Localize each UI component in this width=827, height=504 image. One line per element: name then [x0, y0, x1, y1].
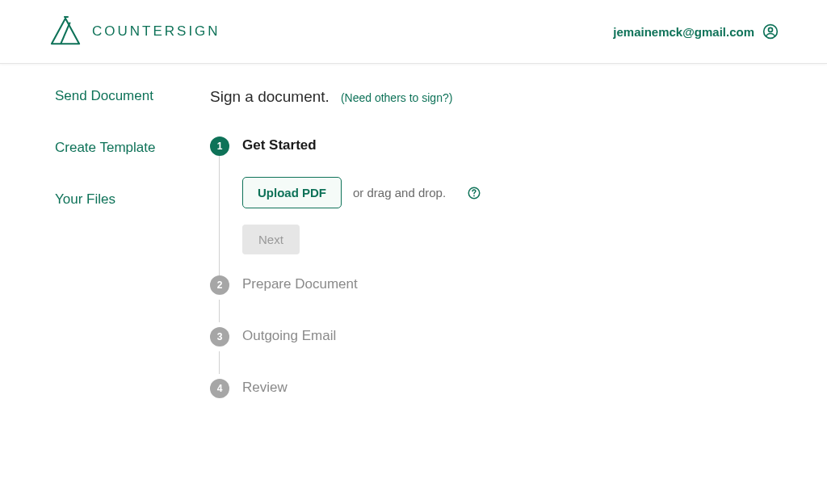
user-email: jemainemck@gmail.com: [613, 25, 754, 39]
step-1: 1 Get Started: [210, 136, 827, 156]
svg-point-1: [769, 27, 773, 32]
steps: 1 Get Started Upload PDF or drag and dro…: [210, 136, 827, 398]
step-2[interactable]: 2 Prepare Document: [210, 275, 827, 295]
step-label-4: Review: [242, 379, 288, 396]
page-title: Sign a document.: [210, 88, 330, 106]
drag-drop-text: or drag and drop.: [353, 186, 446, 200]
step-badge-4: 4: [210, 379, 229, 398]
step-label-2: Prepare Document: [242, 275, 358, 292]
countersign-logo-icon: [48, 16, 82, 47]
main: Sign a document. (Need others to sign?) …: [210, 88, 827, 398]
logo[interactable]: COUNTERSIGN: [48, 16, 220, 47]
sidebar: Send Document Create Template Your Files: [0, 88, 210, 398]
step-badge-1: 1: [210, 136, 229, 156]
step-1-body: Upload PDF or drag and drop. Next: [210, 156, 827, 275]
need-others-link[interactable]: (Need others to sign?): [341, 91, 453, 104]
upload-row: Upload PDF or drag and drop.: [242, 177, 827, 208]
connector: [219, 156, 220, 275]
step-label-3: Outgoing Email: [242, 327, 336, 344]
next-button[interactable]: Next: [242, 225, 300, 254]
sidebar-item-create-template[interactable]: Create Template: [55, 140, 210, 156]
user-menu[interactable]: jemainemck@gmail.com: [613, 23, 779, 40]
gap-2-3: [210, 295, 827, 327]
content: Send Document Create Template Your Files…: [0, 64, 827, 398]
step-4[interactable]: 4 Review: [210, 379, 827, 398]
help-icon[interactable]: [467, 186, 481, 200]
sidebar-item-your-files[interactable]: Your Files: [55, 191, 210, 208]
upload-pdf-button[interactable]: Upload PDF: [242, 177, 342, 208]
sidebar-item-send-document[interactable]: Send Document: [55, 88, 210, 104]
brand-name: COUNTERSIGN: [92, 23, 220, 40]
header: COUNTERSIGN jemainemck@gmail.com: [0, 0, 827, 64]
step-label-1: Get Started: [242, 136, 317, 153]
title-row: Sign a document. (Need others to sign?): [210, 88, 827, 106]
user-avatar-icon: [762, 23, 779, 40]
step-3[interactable]: 3 Outgoing Email: [210, 327, 827, 346]
step-badge-2: 2: [210, 275, 229, 295]
connector: [219, 351, 220, 374]
step-badge-3: 3: [210, 327, 229, 346]
svg-point-3: [473, 195, 475, 196]
gap-3-4: [210, 346, 827, 379]
connector: [219, 300, 220, 322]
